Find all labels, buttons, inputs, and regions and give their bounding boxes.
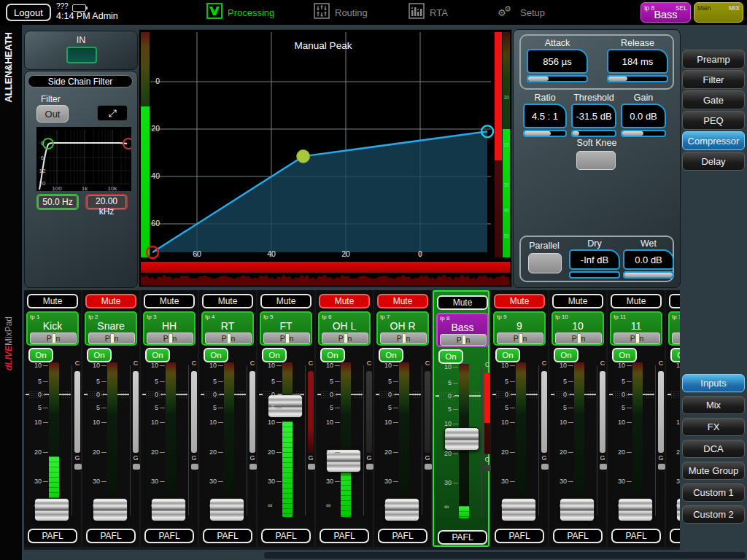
main-mix-button[interactable]: Main MIX [694, 2, 743, 23]
fader-handle[interactable] [560, 498, 595, 521]
sidechain-eq-graph[interactable]: 0612201001k10k [36, 127, 131, 191]
pan-slider[interactable]: Pan [672, 332, 680, 344]
lpf-freq-button[interactable]: 20.00 kHz [85, 194, 128, 210]
channel-name-plate[interactable]: Ip 5 FT Pan [260, 311, 312, 346]
tab-delay[interactable]: Delay [682, 152, 745, 171]
channel-name-plate[interactable]: Ip 6 OH L Pan [318, 311, 371, 346]
bank-inputs[interactable]: Inputs [682, 374, 745, 392]
curve-handle[interactable] [297, 149, 310, 163]
pan-slider[interactable]: Pan [88, 332, 135, 344]
channel-name-plate[interactable]: Ip 11 11 Pan [610, 311, 662, 346]
tab-gate[interactable]: Gate [682, 90, 745, 109]
pan-slider[interactable]: Pan [440, 334, 487, 346]
channel-name-plate[interactable]: Ip 7 OH R Pan [376, 311, 429, 346]
pafl-button[interactable]: PAFL [378, 529, 427, 543]
on-button[interactable]: On [262, 348, 287, 362]
param-value-box[interactable]: 0.0 dB [621, 104, 666, 128]
mute-button[interactable]: Mute [611, 294, 662, 308]
bank-custom-1[interactable]: Custom 1 [682, 483, 745, 502]
param-slider-track[interactable] [523, 130, 567, 137]
param-slider-track[interactable] [621, 130, 666, 137]
parallel-button[interactable] [528, 253, 562, 273]
on-button[interactable]: On [145, 348, 170, 362]
bank-custom-2[interactable]: Custom 2 [682, 505, 745, 524]
param-value-box[interactable]: 4.5 : 1 [523, 104, 567, 128]
mute-button[interactable]: Mute [437, 295, 488, 310]
bank-mute-group[interactable]: Mute Group [682, 462, 745, 480]
fader-handle[interactable] [34, 498, 69, 521]
channel-name-plate[interactable]: Ip 3 HH Pan [143, 311, 196, 346]
param-slider-track[interactable] [623, 271, 674, 279]
pan-slider[interactable]: Pan [30, 332, 77, 344]
param-value-box[interactable]: 0.0 dB [623, 249, 674, 270]
selected-channel-button[interactable]: Ip 8 SEL Bass [640, 2, 691, 23]
mute-button[interactable]: Mute [669, 294, 680, 308]
nav-tab-setup[interactable]: ⚙⚙Setup [496, 4, 545, 21]
pafl-button[interactable]: PAFL [320, 529, 369, 543]
mute-button[interactable]: Mute [85, 294, 136, 308]
channel-name-plate[interactable]: Ip 1 Kick Pan [26, 311, 79, 346]
comp-in-button[interactable] [66, 47, 97, 63]
pan-slider[interactable]: Pan [555, 332, 602, 344]
pafl-button[interactable]: PAFL [438, 530, 487, 545]
nav-tab-processing[interactable]: Processing [206, 4, 274, 21]
pan-slider[interactable]: Pan [614, 332, 660, 344]
channel-name-plate[interactable]: Ip 4 RT Pan [201, 311, 254, 346]
fader-handle[interactable] [93, 498, 128, 521]
mute-button[interactable]: Mute [202, 294, 253, 308]
channel-name-plate[interactable]: Ip 12 Pan [668, 311, 680, 346]
pafl-button[interactable]: PAFL [611, 529, 661, 543]
param-value-box[interactable]: 184 ms [607, 49, 668, 74]
on-button[interactable]: On [554, 348, 578, 362]
on-button[interactable]: On [28, 348, 53, 362]
on-button[interactable]: On [204, 348, 228, 362]
param-slider-track[interactable] [527, 75, 588, 82]
horizontal-scrollbar[interactable] [264, 552, 746, 559]
param-slider-track[interactable] [571, 130, 616, 137]
fader-handle[interactable] [384, 498, 419, 521]
tab-filter[interactable]: Filter [682, 70, 745, 89]
pafl-button[interactable]: PAFL [261, 529, 311, 543]
fader-handle[interactable] [501, 498, 536, 521]
tab-preamp[interactable]: Preamp [682, 50, 745, 69]
mute-button[interactable]: Mute [377, 294, 428, 308]
pafl-button[interactable]: PAFL [670, 529, 680, 543]
mute-button[interactable]: Mute [260, 294, 311, 308]
param-value-box[interactable]: -31.5 dB [571, 104, 616, 128]
pan-slider[interactable]: Pan [322, 332, 368, 344]
param-value-box[interactable]: -Inf dB [569, 249, 620, 270]
pafl-button[interactable]: PAFL [86, 529, 136, 543]
on-button[interactable]: On [495, 348, 520, 362]
param-slider-track[interactable] [607, 75, 668, 82]
bank-dca[interactable]: DCA [682, 440, 745, 458]
mute-button[interactable]: Mute [27, 294, 78, 308]
pafl-button[interactable]: PAFL [553, 529, 603, 543]
channel-name-plate[interactable]: Ip 9 9 Pan [493, 311, 546, 346]
bank-fx[interactable]: FX [682, 418, 745, 436]
pan-slider[interactable]: Pan [147, 332, 193, 344]
on-button[interactable]: On [379, 348, 403, 362]
sidechain-filter-state-button[interactable]: Out [36, 105, 69, 122]
mute-button[interactable]: Mute [552, 294, 603, 308]
on-button[interactable]: On [612, 348, 637, 362]
param-value-box[interactable]: 856 µs [527, 49, 588, 74]
channel-name-plate[interactable]: Ip 8 Bass Pan [436, 313, 489, 347]
hpf-freq-button[interactable]: 50.0 Hz [36, 194, 79, 210]
mute-button[interactable]: Mute [144, 294, 195, 308]
expand-icon[interactable]: ⤢ [97, 105, 128, 121]
fader-handle[interactable] [618, 498, 653, 521]
mute-button[interactable]: Mute [319, 294, 370, 308]
soft-knee-button[interactable] [576, 151, 616, 170]
pan-slider[interactable]: Pan [380, 332, 427, 344]
pafl-button[interactable]: PAFL [495, 529, 544, 543]
compressor-graph[interactable]: Manual Peak 0204060 6040200 1020304050 [139, 29, 512, 287]
channel-name-plate[interactable]: Ip 2 Snare Pan [85, 311, 137, 346]
tab-peq[interactable]: PEQ [682, 111, 745, 130]
fader-handle[interactable] [151, 498, 186, 521]
nav-tab-routing[interactable]: Routing [314, 4, 368, 21]
bank-mix[interactable]: Mix [682, 396, 745, 414]
mute-button[interactable]: Mute [494, 294, 545, 308]
on-button[interactable]: On [670, 348, 680, 362]
pafl-button[interactable]: PAFL [28, 529, 77, 543]
on-button[interactable]: On [438, 349, 463, 364]
